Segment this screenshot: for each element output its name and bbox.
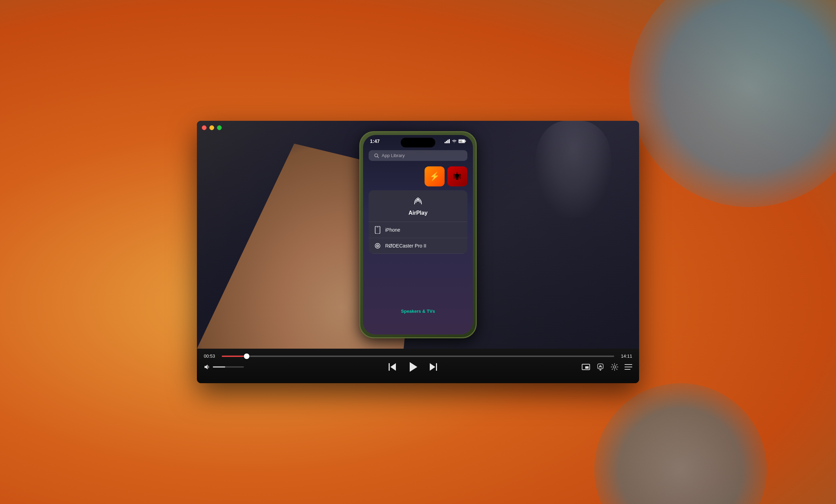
skip-back-triangle bbox=[390, 363, 396, 371]
skip-back-button[interactable] bbox=[389, 363, 396, 371]
airplay-popup: AirPlay iPhone bbox=[369, 190, 467, 254]
svg-rect-1 bbox=[446, 141, 447, 143]
close-button[interactable] bbox=[202, 125, 207, 130]
svg-rect-0 bbox=[445, 142, 446, 143]
progress-track[interactable] bbox=[222, 356, 614, 357]
svg-line-9 bbox=[378, 156, 379, 158]
airplay-symbol-icon bbox=[413, 196, 423, 206]
volume-icon bbox=[204, 364, 211, 370]
play-icon bbox=[410, 362, 417, 372]
controls-bar: 00:53 14:11 bbox=[197, 349, 639, 383]
volume-slider[interactable] bbox=[213, 366, 244, 368]
phone-device: 1:47 bbox=[359, 131, 477, 338]
signal-icon bbox=[445, 139, 450, 143]
video-background: 1:47 bbox=[197, 121, 639, 349]
search-icon bbox=[374, 153, 379, 158]
pip-button[interactable] bbox=[582, 364, 590, 370]
airplay-popup-title: AirPlay bbox=[374, 210, 462, 216]
airplay-item-iphone: iPhone bbox=[369, 222, 467, 238]
volume-group bbox=[204, 364, 244, 370]
current-time: 00:53 bbox=[204, 353, 218, 359]
minimize-button[interactable] bbox=[209, 125, 214, 130]
svg-point-15 bbox=[377, 245, 378, 246]
video-area[interactable]: 1:47 bbox=[197, 121, 639, 349]
skip-forward-triangle bbox=[430, 363, 435, 371]
airplay-iphone-label: iPhone bbox=[385, 227, 400, 233]
wifi-icon bbox=[452, 139, 457, 143]
iphone-icon bbox=[374, 226, 381, 234]
phone-screen: 1:47 bbox=[363, 135, 473, 335]
volume-fill bbox=[213, 366, 225, 368]
phone-time: 1:47 bbox=[370, 138, 380, 144]
maximize-button[interactable] bbox=[217, 125, 222, 130]
battery-icon: 4G bbox=[458, 139, 466, 143]
svg-rect-12 bbox=[377, 227, 379, 227]
airplay-item-rodecaster: RØDECaster Pro II bbox=[369, 238, 467, 254]
search-placeholder: App Library bbox=[382, 153, 405, 158]
phone-search-bar: App Library bbox=[369, 150, 467, 161]
play-button[interactable] bbox=[408, 362, 417, 372]
title-bar bbox=[197, 121, 639, 135]
progress-row: 00:53 14:11 bbox=[197, 349, 639, 361]
playlist-button[interactable] bbox=[625, 364, 632, 370]
app-grid: ⚡ 🕷 bbox=[363, 164, 473, 189]
skip-forward-button[interactable] bbox=[430, 363, 437, 371]
skip-back-line bbox=[389, 363, 390, 371]
svg-point-19 bbox=[614, 366, 616, 368]
svg-rect-6 bbox=[465, 140, 466, 142]
svg-marker-18 bbox=[599, 369, 602, 371]
app-icon-1: ⚡ bbox=[425, 166, 445, 186]
pip-icon bbox=[582, 364, 590, 370]
svg-rect-3 bbox=[449, 139, 450, 143]
svg-text:4G: 4G bbox=[459, 140, 463, 143]
volume-button[interactable] bbox=[204, 364, 211, 370]
progress-thumb bbox=[244, 353, 249, 359]
skip-forward-line bbox=[436, 363, 437, 371]
airplay-header: AirPlay bbox=[369, 190, 467, 222]
speaker-icon bbox=[374, 242, 381, 249]
airplay-rodecaster-label: RØDECaster Pro II bbox=[385, 243, 426, 249]
right-controls bbox=[582, 363, 632, 371]
airplay-popup-icon bbox=[374, 196, 462, 209]
traffic-lights bbox=[202, 125, 222, 130]
app-icon-2: 🕷 bbox=[447, 166, 467, 186]
dynamic-island bbox=[401, 138, 435, 147]
center-controls bbox=[244, 362, 582, 372]
svg-marker-16 bbox=[205, 365, 208, 369]
total-time: 14:11 bbox=[618, 353, 632, 359]
video-player-window: iPhone 14 Pro Review The Best $1000 Pro … bbox=[197, 121, 639, 383]
svg-rect-2 bbox=[447, 140, 448, 143]
status-icons: 4G bbox=[445, 139, 466, 143]
airplay-button[interactable] bbox=[596, 363, 605, 371]
progress-fill bbox=[222, 356, 247, 357]
airplay-ctrl-icon bbox=[596, 363, 605, 371]
playlist-icon bbox=[625, 364, 632, 370]
settings-button[interactable] bbox=[611, 363, 618, 371]
buttons-row bbox=[197, 361, 639, 377]
settings-gear-icon bbox=[611, 363, 618, 371]
phone-bottom-text: Speakers & TVs bbox=[363, 309, 473, 314]
